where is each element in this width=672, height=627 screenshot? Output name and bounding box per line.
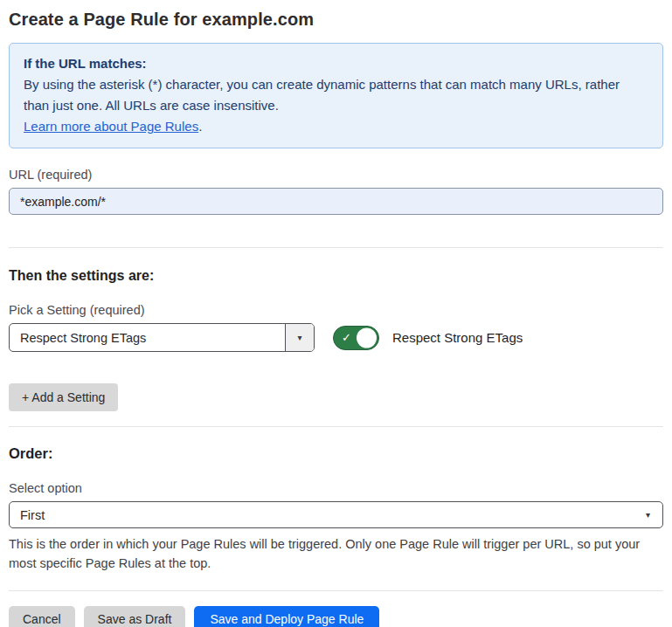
settings-section-heading: Then the settings are: — [9, 268, 663, 284]
learn-more-link[interactable]: Learn more about Page Rules — [24, 119, 198, 134]
info-box-heading: If the URL matches: — [24, 53, 648, 74]
pick-setting-label: Pick a Setting (required) — [9, 303, 663, 317]
setting-select-arrow-button[interactable]: ▾ — [285, 324, 314, 351]
toggle-knob — [357, 327, 377, 348]
page-title: Create a Page Rule for example.com — [9, 10, 663, 30]
setting-select-value: Respect Strong ETags — [10, 324, 285, 351]
add-setting-button[interactable]: + Add a Setting — [9, 383, 118, 411]
divider — [9, 426, 663, 427]
url-field-label: URL (required) — [9, 168, 663, 182]
order-select[interactable]: First ▾ — [9, 501, 663, 528]
save-deploy-button[interactable]: Save and Deploy Page Rule — [194, 606, 379, 627]
setting-select[interactable]: Respect Strong ETags ▾ — [9, 323, 315, 352]
footer-actions: Cancel Save as Draft Save and Deploy Pag… — [9, 606, 663, 627]
setting-toggle-label: Respect Strong ETags — [392, 330, 523, 345]
link-suffix-text: . — [198, 119, 202, 134]
setting-toggle[interactable]: ✓ — [333, 326, 379, 350]
chevron-down-icon: ▾ — [646, 511, 650, 520]
chevron-down-icon: ▾ — [297, 334, 301, 342]
order-select-value: First — [20, 508, 45, 522]
toggle-check-icon: ✓ — [342, 331, 351, 344]
page-rule-form: Create a Page Rule for example.com If th… — [0, 10, 672, 627]
divider — [9, 247, 663, 248]
setting-row: Respect Strong ETags ▾ ✓ Respect Strong … — [9, 323, 663, 352]
save-draft-button[interactable]: Save as Draft — [84, 606, 186, 627]
cancel-button[interactable]: Cancel — [9, 606, 75, 627]
info-box-link-line: Learn more about Page Rules. — [24, 116, 648, 137]
info-box-body: By using the asterisk (*) character, you… — [24, 74, 648, 116]
url-match-info-box: If the URL matches: By using the asteris… — [9, 43, 663, 148]
order-help-text: This is the order in which your Page Rul… — [9, 534, 660, 574]
url-input[interactable] — [9, 188, 663, 215]
divider — [9, 590, 663, 591]
order-section-heading: Order: — [9, 445, 663, 462]
order-select-label: Select option — [9, 481, 663, 495]
